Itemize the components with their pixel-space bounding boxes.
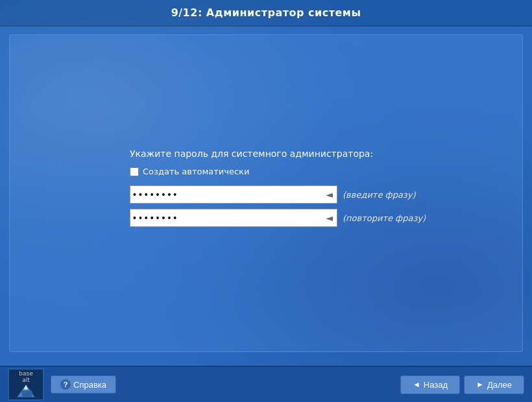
password1-hint: (введите фразу)	[343, 190, 416, 200]
form-content: Укажите пароль для системного администра…	[130, 148, 470, 232]
auto-create-row: Создать автоматически	[130, 167, 470, 176]
password1-row: ◄ (введите фразу)	[130, 185, 470, 204]
title-bar: 9/12: Администратор системы	[0, 0, 532, 27]
page-title: 9/12: Администратор системы	[171, 6, 361, 19]
password2-input[interactable]	[133, 213, 324, 223]
main-content-area: Укажите пароль для системного администра…	[9, 34, 523, 352]
password2-wrapper: ◄	[130, 209, 337, 227]
password1-wrapper: ◄	[130, 185, 337, 204]
next-button[interactable]: ► Далее	[464, 375, 524, 394]
help-icon: ?	[60, 379, 71, 390]
auto-create-checkbox[interactable]	[130, 167, 139, 176]
nav-buttons: ◄ Назад ► Далее	[400, 375, 524, 394]
back-arrow-icon: ◄	[413, 380, 420, 389]
logo-mountain-icon	[14, 384, 38, 398]
logo-area: base alt	[8, 368, 44, 401]
back-button[interactable]: ◄ Назад	[400, 375, 460, 394]
password2-toggle-icon[interactable]: ◄	[324, 213, 334, 223]
help-button[interactable]: ? Справка	[51, 375, 116, 394]
password1-toggle-icon[interactable]: ◄	[324, 189, 334, 200]
password2-hint: (повторите фразу)	[343, 213, 426, 223]
auto-create-label: Создать автоматически	[143, 167, 249, 176]
password-prompt: Укажите пароль для системного администра…	[130, 148, 470, 159]
next-arrow-icon: ►	[476, 380, 484, 389]
bottom-bar: base alt ? Справка ◄ Назад ► Далее	[0, 366, 532, 402]
logo-text: base alt	[19, 371, 32, 384]
password1-input[interactable]	[133, 189, 324, 200]
password2-row: ◄ (повторите фразу)	[130, 209, 470, 227]
